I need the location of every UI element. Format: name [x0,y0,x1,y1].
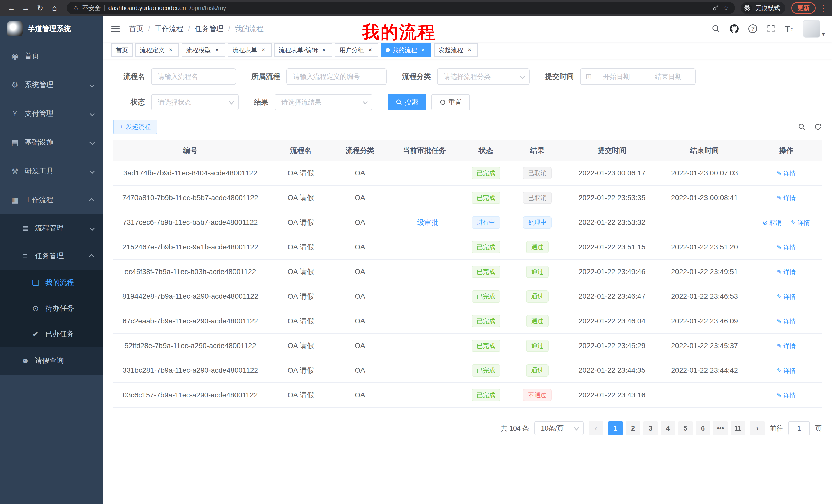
page-number-11[interactable]: 11 [731,421,745,436]
password-key-icon[interactable] [712,4,719,11]
cancel-icon: ⊘ [762,219,768,226]
sidebar-item-done-tasks[interactable]: ✔ 已办任务 [0,321,103,347]
more-pages-button[interactable]: ••• [713,421,728,436]
category-select[interactable]: 请选择流程分类 [437,68,530,85]
back-icon[interactable]: ← [5,2,18,14]
process-id-input[interactable] [286,68,387,85]
page-number-5[interactable]: 5 [678,421,693,436]
tab-my-process[interactable]: 我的流程× [381,44,432,57]
tools-icon: ⚒ [10,167,20,176]
tab-home[interactable]: 首页 [111,44,133,57]
address-bar[interactable]: ⚠ 不安全 dashboard.yudao.iocoder.cn /bpm/ta… [67,2,735,14]
cell-process-name: OA 请假 [267,284,334,309]
detail-link[interactable]: ✎详情 [777,317,796,326]
update-button[interactable]: 更新 [791,2,815,14]
sidebar-item-workflow[interactable]: ▦ 工作流程 [0,186,103,214]
help-icon[interactable]: ? [749,24,757,33]
sidebar-item-process-management[interactable]: ≣ 流程管理 [0,214,103,242]
status-tag: 已完成 [471,265,500,278]
table-row: 819442e8-7b9a-11ec-a290-acde48001122 OA … [113,284,822,309]
cell-current-task [386,309,463,333]
cell-category: OA [334,333,386,358]
detail-link[interactable]: ✎详情 [777,194,796,202]
sidebar-item-system[interactable]: ⚙ 系统管理 [0,71,103,99]
sidebar-item-task-management[interactable]: ≡ 任务管理 [0,242,103,270]
sidebar-item-leave-query[interactable]: ☻ 请假查询 [0,347,103,374]
yen-icon: ¥ [10,109,20,118]
github-icon[interactable] [730,24,739,33]
prev-page-button[interactable]: ‹ [589,421,603,436]
next-page-button[interactable]: › [750,421,765,436]
fullscreen-icon[interactable] [767,25,775,33]
close-icon[interactable]: × [260,47,267,54]
tab-start-process[interactable]: 发起流程× [434,44,478,57]
sidebar-item-infrastructure[interactable]: ▤ 基础设施 [0,128,103,157]
divider [104,5,105,11]
refresh-table-icon[interactable] [814,123,822,131]
process-name-input[interactable] [151,68,236,85]
close-icon[interactable]: × [213,47,220,54]
page-number-1[interactable]: 1 [608,421,623,436]
result-select[interactable]: 请选择流结果 [275,94,372,110]
search-icon[interactable] [712,25,720,33]
forward-icon[interactable]: → [20,2,32,14]
detail-link[interactable]: ✎详情 [777,268,796,276]
home-icon[interactable]: ⌂ [48,2,61,14]
page-number-3[interactable]: 3 [643,421,658,436]
date-range-picker[interactable]: ⊞ 开始日期 - 结束日期 [580,68,696,85]
breadcrumb-item-workflow[interactable]: 工作流程 [155,24,184,34]
detail-link[interactable]: ✎详情 [777,243,796,251]
filter-label: 流程分类 [402,72,431,81]
sidebar-toggle-button[interactable] [103,24,128,33]
cell-submit-time: 2022-01-22 23:43:16 [566,383,658,408]
close-icon[interactable]: × [420,47,427,54]
detail-link[interactable]: ✎详情 [777,391,796,399]
close-icon[interactable]: × [167,47,174,54]
page-size-select[interactable]: 10条/页 [534,421,583,436]
sidebar-item-devtools[interactable]: ⚒ 研发工具 [0,157,103,186]
sidebar-item-home[interactable]: ◉ 首页 [0,41,103,71]
status-tag: 已完成 [471,290,500,303]
sidebar-item-my-process[interactable]: ❏ 我的流程 [0,270,103,296]
close-icon[interactable]: × [320,47,328,54]
status-select[interactable]: 请选择状态 [151,94,239,110]
close-icon[interactable]: × [466,47,473,54]
tab-process-model[interactable]: 流程模型× [182,44,225,57]
cell-status: 已完成 [463,333,509,358]
browser-toolbar: ← → ↻ ⌂ ⚠ 不安全 dashboard.yudao.iocoder.cn… [0,0,832,16]
page-number-2[interactable]: 2 [626,421,640,436]
close-icon[interactable]: × [367,47,374,54]
tab-user-group[interactable]: 用户分组× [335,44,379,57]
user-avatar[interactable]: ▾ [803,20,825,37]
detail-link[interactable]: ✎详情 [791,219,810,227]
reload-icon[interactable]: ↻ [34,2,46,14]
browser-menu-icon[interactable]: ⋮ [820,4,827,12]
cancel-link[interactable]: ⊘取消 [762,219,782,227]
font-size-icon[interactable]: T↕ [785,24,793,34]
current-task-link[interactable]: 一级审批 [410,218,439,226]
page-number-4[interactable]: 4 [661,421,675,436]
detail-link[interactable]: ✎详情 [777,342,796,350]
search-button[interactable]: 搜索 [388,94,426,110]
detail-link[interactable]: ✎详情 [777,292,796,301]
sidebar-item-payment[interactable]: ¥ 支付管理 [0,99,103,128]
result-tag: 通过 [526,364,549,376]
detail-link[interactable]: ✎详情 [777,169,796,177]
tab-process-form-edit[interactable]: 流程表单-编辑× [274,44,332,57]
tab-process-form[interactable]: 流程表单× [228,44,271,57]
bookmark-star-icon[interactable]: ☆ [723,4,729,11]
detail-link[interactable]: ✎详情 [777,367,796,375]
reset-button[interactable]: 重置 [432,94,470,110]
create-process-button[interactable]: + 发起流程 [113,120,157,134]
goto-page-input[interactable] [788,421,810,436]
incognito-label: 无痕模式 [755,4,780,12]
user-icon: ☻ [21,356,30,365]
cell-actions: ✎详情 [751,309,822,333]
tab-process-definition[interactable]: 流程定义× [135,44,179,57]
breadcrumb-item-home[interactable]: 首页 [129,24,144,34]
hide-search-icon[interactable] [798,123,806,131]
breadcrumb-item-task-management[interactable]: 任务管理 [195,24,224,34]
url-host: dashboard.yudao.iocoder.cn [108,4,186,11]
page-number-6[interactable]: 6 [696,421,710,436]
sidebar-item-todo-tasks[interactable]: ⊙ 待办任务 [0,296,103,321]
